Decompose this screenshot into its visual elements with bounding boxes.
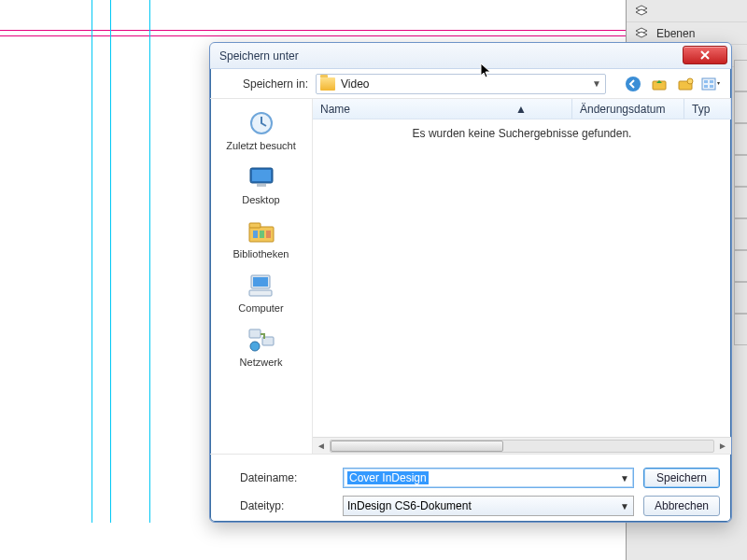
place-network[interactable]: Netzwerk <box>210 321 312 371</box>
save-in-label: Speichern in: <box>229 77 308 91</box>
recent-icon <box>245 108 278 138</box>
panel-handle[interactable] <box>734 218 747 250</box>
place-recent[interactable]: Zuletzt besucht <box>210 105 312 155</box>
place-computer[interactable]: Computer <box>210 267 312 317</box>
layers-icon <box>634 26 649 41</box>
save-as-dialog: Speichern unter Speichern in: Video ▼ <box>209 42 732 523</box>
svg-point-7 <box>687 78 693 84</box>
desktop-icon <box>245 162 278 192</box>
guide-vertical <box>110 0 111 523</box>
up-folder-button[interactable] <box>649 75 669 93</box>
panel-handle[interactable] <box>734 91 747 123</box>
svg-rect-21 <box>266 231 271 238</box>
svg-rect-23 <box>253 277 268 287</box>
filetype-value: InDesign CS6-Dokument <box>347 499 472 512</box>
libraries-icon <box>245 217 278 246</box>
sort-indicator-icon: ▲ <box>515 103 527 116</box>
scroll-track[interactable] <box>330 440 714 453</box>
svg-point-27 <box>250 342 260 351</box>
panel-handle[interactable] <box>734 282 747 314</box>
new-folder-button[interactable] <box>675 75 696 93</box>
place-libraries[interactable]: Bibliotheken <box>210 213 312 263</box>
dialog-title: Speichern unter <box>219 49 299 63</box>
svg-rect-11 <box>704 85 708 88</box>
filetype-dropdown[interactable]: InDesign CS6-Dokument ▼ <box>343 496 634 516</box>
col-label: Typ <box>692 103 710 116</box>
place-label: Zuletzt besucht <box>226 140 296 151</box>
svg-rect-18 <box>249 223 261 228</box>
dialog-footer: Dateiname: Cover InDesign ▼ Speichern Da… <box>210 454 731 523</box>
network-icon <box>245 325 278 355</box>
folder-name: Video <box>341 77 592 91</box>
place-desktop[interactable]: Desktop <box>210 159 312 209</box>
svg-marker-3 <box>636 32 647 37</box>
panel-handle[interactable] <box>734 250 747 282</box>
place-label: Netzwerk <box>240 357 283 368</box>
guide-vertical <box>92 0 92 523</box>
scroll-thumb[interactable] <box>331 441 503 452</box>
guide-vertical <box>149 0 150 523</box>
svg-rect-12 <box>710 85 713 88</box>
dialog-body: Zuletzt besucht Desktop Bibliotheken Com… <box>210 99 731 454</box>
svg-rect-24 <box>249 290 272 296</box>
svg-rect-20 <box>260 231 264 238</box>
filename-label: Dateiname: <box>240 471 333 484</box>
place-label: Computer <box>238 302 283 314</box>
panel-handle[interactable] <box>734 187 747 218</box>
view-menu-button[interactable] <box>701 75 722 93</box>
places-bar: Zuletzt besucht Desktop Bibliotheken Com… <box>210 99 313 454</box>
back-button[interactable] <box>623 75 643 93</box>
folder-dropdown[interactable]: Video ▼ <box>316 74 606 94</box>
svg-rect-9 <box>704 80 708 83</box>
svg-rect-15 <box>252 170 271 181</box>
cancel-button[interactable]: Abbrechen <box>643 496 720 516</box>
titlebar[interactable]: Speichern unter <box>210 43 731 69</box>
button-label: Speichern <box>656 471 707 484</box>
close-button[interactable] <box>683 46 727 64</box>
place-label: Bibliotheken <box>233 248 289 259</box>
filename-input[interactable]: Cover InDesign ▼ <box>343 468 634 488</box>
panel-handle[interactable] <box>734 60 747 91</box>
empty-message: Es wurden keine Suchergebnisse gefunden. <box>313 119 731 437</box>
chevron-down-icon: ▼ <box>592 78 601 89</box>
chevron-down-icon: ▼ <box>620 473 629 483</box>
save-button[interactable]: Speichern <box>643 468 720 488</box>
column-headers: Name ▲ Änderungsdatum Typ <box>313 99 731 119</box>
svg-rect-25 <box>249 329 261 338</box>
layers-icon <box>634 4 649 19</box>
panel-handle[interactable] <box>734 155 747 187</box>
panel-item[interactable] <box>627 0 747 22</box>
col-label: Name <box>320 103 350 116</box>
place-label: Desktop <box>242 194 279 205</box>
location-row: Speichern in: Video ▼ <box>210 69 731 99</box>
svg-rect-8 <box>702 78 715 90</box>
svg-rect-19 <box>253 231 258 238</box>
chevron-down-icon: ▼ <box>620 501 629 511</box>
filename-value: Cover InDesign <box>347 471 429 484</box>
computer-icon <box>245 271 278 301</box>
button-label: Abbrechen <box>655 499 709 512</box>
svg-rect-16 <box>257 184 266 187</box>
panel-handle[interactable] <box>734 314 747 345</box>
svg-point-4 <box>626 77 641 91</box>
cursor-icon <box>480 63 493 82</box>
guide-horizontal <box>0 30 626 31</box>
panel-handle[interactable] <box>734 123 747 155</box>
svg-marker-1 <box>636 9 647 15</box>
col-label: Änderungsdatum <box>580 103 665 116</box>
nav-toolbar <box>623 75 722 93</box>
file-list-area: Name ▲ Änderungsdatum Typ Es wurden kein… <box>313 99 731 454</box>
folder-icon <box>320 77 335 91</box>
scroll-left-icon[interactable]: ◄ <box>313 439 330 454</box>
horizontal-scrollbar[interactable]: ◄ ► <box>313 437 731 454</box>
col-name[interactable]: Name ▲ <box>313 99 572 119</box>
col-date[interactable]: Änderungsdatum <box>572 99 684 119</box>
panel-handles <box>734 60 747 345</box>
panel-item-label: Ebenen <box>656 27 695 40</box>
guide-horizontal <box>0 35 626 36</box>
scroll-right-icon[interactable]: ► <box>714 439 731 454</box>
svg-rect-10 <box>710 80 713 83</box>
col-type[interactable]: Typ <box>684 99 731 119</box>
filetype-label: Dateityp: <box>240 499 333 512</box>
